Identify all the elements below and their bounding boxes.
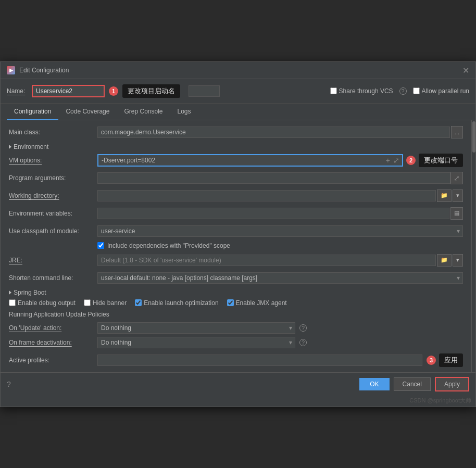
vm-add-btn[interactable]: + — [385, 156, 391, 165]
jre-label: JRE: — [9, 257, 97, 264]
on-update-help-icon[interactable]: ? — [299, 324, 307, 332]
jre-folder-btn[interactable]: 📁 — [437, 254, 452, 267]
allow-parallel-wrap: Allow parallel run — [413, 87, 469, 95]
app-icon: ▶ — [7, 66, 15, 74]
jmx-agent-checkbox[interactable] — [227, 299, 234, 306]
policies-title: Running Application Update Policies — [9, 311, 463, 318]
hide-banner-wrap: Hide banner — [84, 299, 127, 307]
launch-opt-checkbox[interactable] — [135, 299, 142, 306]
vm-options-label: VM options: — [9, 157, 97, 164]
watermark-bar: CSDN @springboot大师 — [1, 396, 475, 407]
springboot-section: Spring Boot Enable debug output Hide ban… — [9, 289, 463, 348]
active-profiles-label: Active profiles: — [9, 357, 97, 364]
jmx-agent-wrap: Enable JMX agent — [227, 299, 287, 307]
name-label: Name: — [7, 87, 28, 95]
tab-code-coverage[interactable]: Code Coverage — [58, 104, 117, 120]
classpath-label: Use classpath of module: — [9, 227, 97, 235]
badge-3: 3 — [427, 356, 436, 365]
name-input[interactable] — [32, 85, 105, 97]
working-dir-input-wrap: 📁 ▾ — [97, 189, 463, 202]
footer: ? OK Cancel Apply — [1, 372, 475, 396]
on-frame-help-icon[interactable]: ? — [299, 339, 307, 346]
apply-button[interactable]: Apply — [435, 377, 469, 391]
vm-options-input[interactable] — [98, 155, 383, 166]
include-deps-row: Include dependencies with "Provided" sco… — [97, 242, 463, 249]
share-vcs-checkbox[interactable] — [330, 87, 337, 94]
springboot-collapse-icon[interactable] — [9, 290, 11, 295]
active-profiles-input[interactable] — [97, 355, 422, 366]
environment-label: Environment — [14, 143, 48, 150]
scrollbar-thumb[interactable] — [472, 121, 475, 153]
watermark-text: CSDN @springboot大师 — [409, 397, 471, 403]
main-class-label: Main class: — [9, 129, 97, 136]
program-args-input[interactable] — [97, 172, 450, 184]
working-dir-folder-btn[interactable]: 📁 — [437, 189, 452, 202]
jre-dropdown-btn[interactable]: ▾ — [453, 254, 463, 267]
cancel-button[interactable]: Cancel — [394, 377, 431, 391]
share-help-icon[interactable]: ? — [399, 87, 407, 95]
debug-output-checkbox[interactable] — [9, 299, 16, 306]
springboot-checkboxes: Enable debug output Hide banner Enable l… — [9, 299, 463, 307]
title-bar: ▶ Edit Configuration ✕ — [1, 62, 475, 79]
program-args-label: Program arguments: — [9, 174, 97, 182]
debug-output-label: Enable debug output — [18, 299, 76, 307]
share-vcs-label: Share through VCS — [339, 87, 393, 95]
on-update-select-wrap: Do nothing Update classes and resources … — [97, 322, 295, 334]
help-button[interactable]: ? — [7, 380, 11, 388]
shorten-cmd-label: Shorten command line: — [9, 274, 97, 282]
tabs-bar: Configuration Code Coverage Grep Console… — [1, 104, 475, 120]
environment-collapse-icon[interactable] — [9, 145, 11, 149]
jre-row: JRE: 📁 ▾ — [9, 254, 463, 267]
program-args-row: Program arguments: ⤢ — [9, 171, 463, 185]
allow-parallel-label: Allow parallel run — [422, 87, 469, 95]
hide-banner-checkbox[interactable] — [84, 299, 91, 306]
working-dir-label: Working directory: — [9, 192, 97, 199]
content-area: Main class: ... Environment VM options: — [1, 120, 471, 372]
jmx-agent-label: Enable JMX agent — [236, 299, 287, 307]
scrollbar-track[interactable] — [471, 120, 475, 372]
environment-section-header: Environment — [9, 143, 463, 150]
title-bar-left: ▶ Edit Configuration — [7, 66, 69, 74]
jre-input[interactable] — [97, 255, 436, 266]
vm-actions: + ⤢ — [383, 156, 402, 165]
main-class-input-wrap: ... — [97, 126, 463, 138]
main-class-browse-btn[interactable]: ... — [451, 126, 463, 138]
tab-grep-console[interactable]: Grep Console — [117, 104, 170, 120]
vm-expand-btn[interactable]: ⤢ — [392, 156, 400, 165]
name-row: Name: 1 更改项目启动名 Share through VCS ? Allo… — [1, 79, 475, 104]
include-deps-label: Include dependencies with "Provided" sco… — [107, 242, 230, 249]
main-class-input[interactable] — [97, 127, 450, 138]
badge-2: 2 — [406, 156, 416, 165]
working-dir-dropdown-btn[interactable]: ▾ — [453, 189, 463, 202]
close-button[interactable]: ✕ — [462, 67, 469, 74]
springboot-header: Spring Boot — [9, 289, 463, 296]
include-deps-checkbox[interactable] — [97, 242, 104, 249]
tab-configuration[interactable]: Configuration — [7, 104, 58, 120]
edit-configuration-dialog: ▶ Edit Configuration ✕ Name: 1 更改项目启动名 S… — [0, 61, 476, 407]
on-frame-select[interactable]: Do nothing Update classes and resources … — [97, 337, 295, 348]
classpath-select[interactable]: user-service — [97, 225, 463, 237]
ok-button[interactable]: OK — [359, 378, 389, 390]
name-extra-input[interactable] — [189, 85, 220, 97]
env-vars-input-wrap: ▤ — [97, 207, 463, 220]
dialog-title: Edit Configuration — [19, 67, 69, 74]
vm-input-container: + ⤢ — [97, 154, 403, 167]
env-vars-edit-btn[interactable]: ▤ — [450, 207, 463, 220]
active-profiles-row: Active profiles: 3 应用 — [9, 353, 463, 367]
shorten-cmd-select[interactable]: user-local default: none - java [options… — [97, 272, 463, 284]
policies-section: Running Application Update Policies On '… — [9, 311, 463, 348]
tab-logs[interactable]: Logs — [170, 104, 198, 120]
program-args-expand-btn[interactable]: ⤢ — [450, 172, 463, 184]
env-vars-input[interactable] — [97, 208, 449, 219]
working-dir-row: Working directory: 📁 ▾ — [9, 189, 463, 203]
working-dir-input[interactable] — [97, 190, 436, 201]
env-vars-row: Environment variables: ▤ — [9, 207, 463, 220]
on-update-row: On 'Update' action: Do nothing Update cl… — [9, 322, 463, 334]
tooltip-rename: 更改项目启动名 — [122, 84, 180, 98]
on-frame-row: On frame deactivation: Do nothing Update… — [9, 337, 463, 348]
on-update-select[interactable]: Do nothing Update classes and resources … — [97, 322, 295, 334]
share-row: Share through VCS ? Allow parallel run — [330, 87, 469, 95]
allow-parallel-checkbox[interactable] — [413, 87, 420, 94]
program-args-input-wrap: ⤢ — [97, 172, 463, 184]
share-vcs-wrap: Share through VCS — [330, 87, 393, 95]
